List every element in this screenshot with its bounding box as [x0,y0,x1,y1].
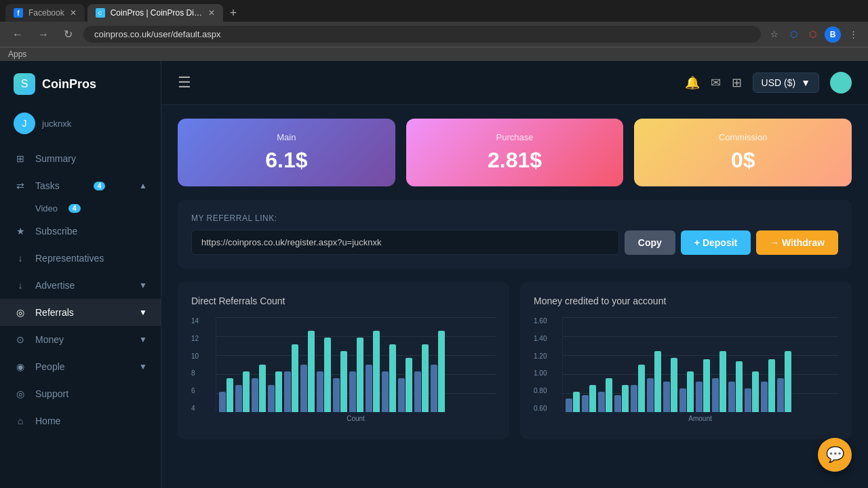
money-chevron: ▼ [139,335,147,344]
sidebar-item-people[interactable]: ◉ People ▼ [0,353,161,380]
charts-row: Direct Referrals Count 14 12 10 8 6 4 [178,282,852,439]
y-label-060: 0.60 [534,405,547,412]
top-bar: ☰ 🔔 ✉ ⊞ USD ($) ▼ [161,61,868,105]
currency-select[interactable]: USD ($) ▼ [753,73,819,93]
bar-group [284,344,298,412]
people-chevron: ▼ [139,362,147,371]
money-credited-title: Money credited to your account [534,296,838,306]
grid-icon[interactable]: ⊞ [732,75,742,90]
extension-icon2[interactable]: ⬡ [806,28,819,41]
sidebar-item-label-people: People [35,361,65,372]
bar-group [366,331,380,412]
refresh-button[interactable]: ↻ [60,26,77,42]
x-axis-label-referrals: Count [191,415,496,422]
bar [226,378,233,412]
bar [300,365,307,412]
tab-facebook-close[interactable]: ✕ [70,8,77,18]
sidebar-item-summary[interactable]: ⊞ Summary [0,145,161,172]
tab-coinpros-close[interactable]: ✕ [208,8,215,18]
copy-button[interactable]: Copy [625,230,675,255]
bar [219,392,226,412]
bar [340,351,347,412]
bookmark-icon[interactable]: ☆ [768,28,781,41]
bar [422,344,429,412]
bar-group [777,351,791,412]
bar [745,388,751,412]
sidebar-item-label-subscribe: Subscribe [35,226,77,237]
sidebar-item-label-advertise: Advertise [35,280,75,291]
bar-group [219,378,233,412]
bar [275,371,282,412]
main-content: ☰ 🔔 ✉ ⊞ USD ($) ▼ Main 6.1$ Purc [161,61,868,488]
top-bar-right: 🔔 ✉ ⊞ USD ($) ▼ [685,72,852,94]
referral-row: Copy + Deposit → Withdraw [191,230,838,255]
mail-icon[interactable]: ✉ [711,75,721,90]
forward-button[interactable]: → [34,27,53,42]
bar-chart-money [566,351,835,412]
bar-group [566,392,580,412]
hamburger-icon[interactable]: ☰ [178,74,191,92]
bar [252,378,258,412]
bar [719,351,726,412]
extension-icon1[interactable]: ⬡ [787,28,800,41]
bar [654,351,661,412]
menu-icon[interactable]: ⋮ [846,28,860,41]
balance-card-commission: Commission 0$ [634,119,852,186]
sidebar-item-home[interactable]: ⌂ Home [0,407,161,434]
sidebar-item-label-home: Home [35,415,60,426]
sidebar-avatar: J [14,113,35,134]
purchase-amount: 2.81$ [422,148,608,173]
app-container: S CoinPros J jucknxk ⊞ Summary ⇄ Tasks 4… [0,61,868,488]
main-label: Main [194,132,379,142]
sidebar-subitem-video[interactable]: Video 4 [0,199,161,218]
bar [284,371,291,412]
sidebar-item-support[interactable]: ◎ Support [0,380,161,407]
y-label-140: 1.40 [534,335,547,342]
user-avatar[interactable] [830,72,852,94]
bar [582,395,589,412]
bar-group [333,351,347,412]
referral-url-input[interactable] [191,230,619,255]
bar [777,378,784,412]
url-bar[interactable] [83,26,761,43]
bar-group [745,371,759,412]
subscribe-icon: ★ [14,226,27,237]
advertise-icon: ↓ [14,280,27,291]
bar [324,338,331,412]
tab-coinpros[interactable]: C CoinPros | CoinPros Digital Marketin..… [87,4,223,22]
sidebar-username: jucknxk [42,119,71,129]
bar [761,382,768,412]
sidebar-item-label-tasks: Tasks [35,180,60,191]
sidebar-item-advertise[interactable]: ↓ Advertise ▼ [0,272,161,299]
browser-user-avatar[interactable]: B [825,26,841,43]
sidebar-item-tasks[interactable]: ⇄ Tasks 4 ▲ [0,172,161,199]
sidebar-item-representatives[interactable]: ↓ Representatives [0,245,161,272]
sidebar-item-label-summary: Summary [35,153,76,164]
bell-icon[interactable]: 🔔 [685,75,700,90]
bar-group [582,385,596,412]
deposit-button[interactable]: + Deposit [681,230,751,255]
withdraw-button[interactable]: → Withdraw [756,230,838,255]
bar [292,344,298,412]
main-amount: 6.1$ [194,148,379,173]
sidebar-item-money[interactable]: ⊙ Money ▼ [0,326,161,353]
new-tab-button[interactable]: + [226,6,241,20]
bar-group [631,365,645,412]
sidebar-logo: S CoinPros [0,61,161,107]
bar [308,331,315,412]
sidebar-item-subscribe[interactable]: ★ Subscribe [0,218,161,245]
direct-referrals-area: 14 12 10 8 6 4 [191,317,496,426]
bar-chart-referrals [219,331,493,412]
chat-fab[interactable]: 💬 [818,438,852,472]
referrals-icon: ◎ [14,307,27,318]
tasks-chevron: ▲ [139,181,147,190]
bar-group [598,378,612,412]
bar [598,392,605,412]
content-body: Main 6.1$ Purchase 2.81$ Commission 0$ M… [161,105,868,453]
tab-facebook[interactable]: f Facebook ✕ [5,4,85,22]
bar [671,358,677,412]
y-label-4: 4 [191,405,199,412]
money-icon: ⊙ [14,334,27,345]
sidebar-item-referrals[interactable]: ◎ Referrals ▼ [0,299,161,326]
back-button[interactable]: ← [8,27,27,42]
